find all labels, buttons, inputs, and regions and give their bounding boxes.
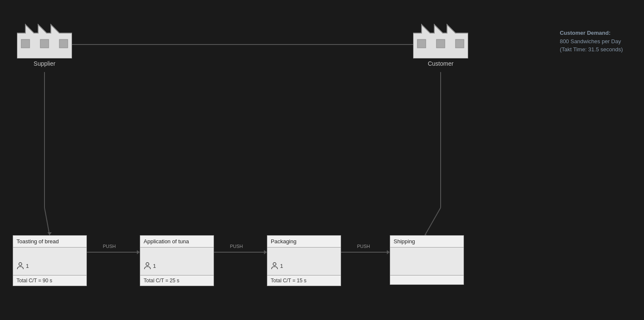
process-shipping: Shipping: [390, 235, 464, 285]
supplier-box: Supplier: [17, 12, 72, 67]
customer-demand-box: Customer Demand: 800 Sandwiches per Day …: [560, 29, 623, 54]
process-tuna-title: Application of tuna: [140, 236, 214, 248]
customer-box: Customer: [413, 12, 468, 67]
svg-line-12: [424, 208, 441, 237]
svg-rect-24: [455, 39, 464, 48]
customer-demand-line3: (Takt Time: 31.5 seconds): [560, 46, 623, 53]
customer-label: Customer: [428, 60, 454, 67]
svg-marker-4: [47, 232, 52, 235]
customer-demand-line1: Customer Demand:: [560, 30, 611, 36]
svg-point-25: [19, 263, 22, 266]
svg-rect-20: [59, 39, 68, 48]
process-shipping-title: Shipping: [390, 236, 464, 248]
process-packaging-operator-count: 1: [280, 263, 283, 269]
svg-line-3: [44, 208, 50, 235]
customer-icon: [413, 12, 468, 58]
supplier-label: Supplier: [33, 60, 55, 67]
process-packaging-operator: 1: [271, 262, 337, 270]
svg-rect-22: [417, 39, 426, 48]
process-toasting-cycletime: Total C/T = 90 s: [13, 275, 86, 286]
svg-text:PUSH: PUSH: [103, 244, 116, 249]
process-tuna-body: 1: [140, 248, 214, 275]
svg-rect-18: [21, 39, 30, 48]
process-packaging-title: Packaging: [267, 236, 341, 248]
svg-rect-23: [436, 39, 445, 48]
process-toasting-body: 1: [13, 248, 86, 275]
process-shipping-body: [390, 248, 464, 275]
svg-marker-6: [137, 250, 140, 254]
vsm-canvas: PUSH PUSH PUSH Supplier Cu: [0, 0, 644, 320]
process-toasting-operator: 1: [17, 262, 83, 270]
process-shipping-footer: [390, 275, 464, 284]
svg-text:PUSH: PUSH: [230, 244, 243, 249]
process-toasting-title: Toasting of bread: [13, 236, 86, 248]
process-tuna-operator: 1: [144, 262, 210, 270]
process-toasting-operator-count: 1: [26, 263, 29, 269]
operator-icon-tuna: [144, 262, 151, 270]
operator-icon-packaging: [271, 262, 278, 270]
svg-text:PUSH: PUSH: [357, 244, 370, 249]
process-tuna-cycletime: Total C/T = 25 s: [140, 275, 214, 286]
process-packaging: Packaging 1 Total C/T = 15 s: [267, 235, 341, 286]
svg-marker-10: [387, 250, 390, 254]
svg-rect-19: [40, 39, 49, 48]
customer-demand-line2: 800 Sandwiches per Day: [560, 38, 621, 45]
process-tuna-operator-count: 1: [153, 263, 156, 269]
process-packaging-cycletime: Total C/T = 15 s: [267, 275, 341, 286]
operator-icon-toasting: [17, 262, 24, 270]
svg-point-27: [273, 263, 276, 266]
process-tuna: Application of tuna 1 Total C/T = 25 s: [140, 235, 214, 286]
process-toasting: Toasting of bread 1 Total C/T = 90 s: [13, 235, 87, 286]
supplier-icon: [17, 12, 72, 58]
svg-marker-8: [264, 250, 267, 254]
svg-point-26: [146, 263, 149, 266]
process-packaging-body: 1: [267, 248, 341, 275]
